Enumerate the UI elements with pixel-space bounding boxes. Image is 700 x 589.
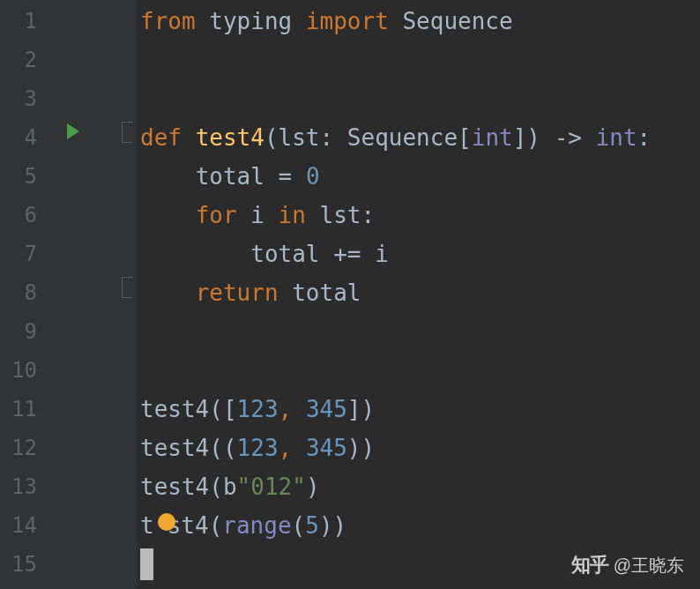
module-name: typing (209, 8, 292, 34)
line-number[interactable]: 7 (0, 235, 53, 273)
code-line: return total (137, 273, 700, 312)
line-number[interactable]: 4 (0, 118, 53, 157)
line-number[interactable]: 9 (0, 312, 53, 351)
paren: ( (209, 473, 223, 500)
watermark-author: @王晓东 (614, 554, 684, 578)
keyword-def: def (140, 124, 182, 151)
code-line: total += i (137, 235, 700, 273)
paren: ( (292, 512, 306, 539)
paren: ( (209, 512, 223, 539)
line-number-gutter: 1 2 3 4 5 6 7 8 9 10 11 12 13 14 15 (0, 0, 53, 589)
line-number[interactable]: 13 (0, 467, 53, 506)
line-number[interactable]: 6 (0, 196, 53, 235)
keyword-in: in (279, 202, 306, 228)
number: 123 (237, 396, 279, 422)
code-line: from typing import Sequence (137, 2, 700, 41)
bracket: ] (347, 396, 361, 422)
paren: ( (209, 396, 223, 422)
variable: i (375, 241, 389, 267)
bracket: [ (223, 396, 237, 422)
number: 5 (305, 512, 319, 539)
function-call: t (140, 512, 154, 539)
code-line: test4(b"012") (137, 467, 700, 506)
keyword-for: for (196, 202, 237, 228)
string: "012" (237, 473, 306, 500)
code-line: for i in lst: (137, 196, 700, 235)
fold-icon[interactable] (122, 127, 132, 143)
class-name: Sequence (402, 8, 512, 34)
line-number[interactable]: 2 (0, 41, 53, 79)
paren: ) (319, 512, 333, 539)
line-number[interactable]: 5 (0, 157, 53, 196)
line-number[interactable]: 3 (0, 79, 53, 118)
builtin-range: range (222, 512, 291, 539)
variable: lst (306, 202, 361, 228)
zhihu-logo: 知乎 (571, 552, 608, 578)
comma: , (279, 435, 293, 461)
keyword-return: return (196, 280, 279, 306)
parameter: lst (279, 124, 320, 151)
code-line (137, 79, 700, 118)
watermark: 知乎 @王晓东 (571, 552, 684, 578)
code-line (137, 41, 700, 79)
code-line (137, 351, 700, 390)
line-number[interactable]: 11 (0, 390, 53, 429)
bracket: ] (513, 124, 527, 151)
colon: : (637, 124, 652, 151)
code-line: total = 0 (137, 157, 700, 196)
variable: total (279, 280, 361, 306)
paren: ( (264, 124, 279, 151)
paren: ) (333, 512, 347, 539)
function-name: test4 (196, 124, 264, 151)
code-line: def test4(lst: Sequence[int]) -> int: (137, 118, 700, 157)
comma: , (279, 396, 293, 422)
variable: total (250, 241, 319, 267)
paren: ( (209, 435, 223, 461)
paren: ) (361, 435, 376, 461)
operator: += (320, 241, 376, 267)
paren: ) (361, 396, 376, 422)
line-number[interactable]: 12 (0, 429, 53, 467)
colon: : (361, 202, 376, 228)
number: 123 (237, 435, 279, 461)
operator: = (264, 163, 306, 190)
paren: ) (526, 124, 540, 151)
line-number[interactable]: 10 (0, 351, 53, 390)
bracket: [ (458, 124, 472, 151)
line-number[interactable]: 1 (0, 2, 53, 41)
line-number[interactable]: 14 (0, 506, 53, 545)
code-editor: 1 2 3 4 5 6 7 8 9 10 11 12 13 14 15 from… (0, 0, 700, 589)
number: 345 (306, 396, 347, 422)
arrow: -> (540, 124, 596, 151)
paren: ) (347, 435, 361, 461)
keyword-import: import (306, 8, 389, 34)
type-int: int (596, 124, 637, 151)
paren: ) (306, 473, 320, 500)
variable: i (237, 202, 279, 228)
function-call: test4 (140, 435, 209, 461)
code-line: test4((123, 345)) (137, 429, 700, 467)
line-number[interactable]: 15 (0, 545, 53, 584)
colon: : (320, 124, 334, 151)
fold-icon[interactable] (122, 282, 132, 298)
marker-gutter (53, 0, 137, 589)
function-call: test4 (140, 396, 209, 422)
code-line: test4([123, 345]) (137, 390, 700, 429)
variable: total (196, 163, 264, 190)
type-name: Sequence (347, 124, 458, 151)
function-call: test4 (140, 473, 209, 500)
code-line (137, 312, 700, 351)
cursor (140, 548, 153, 580)
number: 0 (306, 163, 320, 190)
paren: ( (223, 435, 237, 461)
code-line: tst4(range(5)) (137, 506, 700, 545)
code-area[interactable]: from typing import Sequence def test4(ls… (137, 0, 700, 589)
lightbulb-icon[interactable] (158, 513, 175, 531)
bytes-prefix: b (223, 473, 237, 500)
type-int: int (472, 124, 513, 151)
number: 345 (306, 435, 347, 461)
line-number[interactable]: 8 (0, 273, 53, 312)
run-icon[interactable] (67, 123, 79, 139)
keyword-from: from (140, 8, 196, 34)
